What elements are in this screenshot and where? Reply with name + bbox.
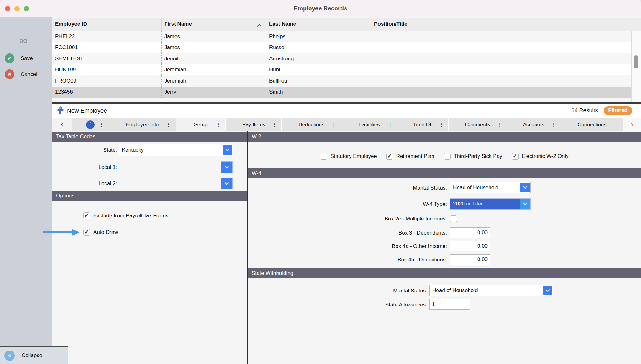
box2c-checkbox[interactable] (450, 215, 457, 222)
info-icon: i (86, 120, 95, 129)
table-row[interactable]: FCC1001JamesRussell (52, 42, 631, 53)
sidebar-header: DO (0, 38, 47, 44)
tab-options-dots-icon[interactable]: ⋮ (166, 122, 171, 128)
sidebar: DO ✓ Save ✕ Cancel (0, 17, 52, 364)
table-row[interactable]: SEMI-TESTJenniferArmstrong (52, 53, 631, 64)
tabs-scroll-right-button[interactable]: › (623, 118, 641, 131)
w4-type-select-highlighted[interactable]: 2020 or later (450, 198, 531, 210)
exclude-payroll-tax-forms-row: ✓ Exclude from Payroll Tax Forms (83, 212, 168, 219)
cancel-x-icon: ✕ (5, 69, 14, 79)
retirement-plan-item: ✓ Retirement Plan (386, 153, 434, 160)
sw-marital-status-select[interactable]: Head of Household (429, 285, 553, 296)
tab-info[interactable]: i ⋮ (72, 118, 109, 131)
tab-options-dots-icon[interactable]: ⋮ (387, 122, 392, 128)
cancel-button[interactable]: ✕ Cancel (5, 69, 37, 79)
column-header-employee-id[interactable]: Employee ID (52, 18, 161, 31)
results-count: 64 Results (572, 107, 598, 114)
state-label: State: (52, 147, 117, 153)
tab-time-off[interactable]: Time Off⋮ (397, 118, 449, 131)
employee-person-icon (57, 106, 64, 116)
collapse-button[interactable]: « Collapse (0, 346, 68, 364)
tab-connections[interactable]: Connections (561, 118, 623, 131)
tab-options-dots-icon[interactable]: ⋮ (99, 122, 104, 128)
section-header-options: Options (52, 191, 247, 201)
auto-draw-row: ✓ Auto Draw (83, 229, 118, 236)
chevron-right-icon: › (631, 120, 633, 129)
window-title: Employee Records (294, 5, 347, 12)
sort-ascending-icon (257, 22, 262, 28)
table-header: Employee ID First Name Last Name Positio… (52, 18, 641, 31)
chevron-down-icon[interactable] (520, 199, 530, 209)
w2-checkbox-row: Statutory Employee ✓ Retirement Plan Thi… (248, 152, 641, 161)
third-party-sick-pay-checkbox[interactable] (444, 153, 451, 160)
tab-liabilities[interactable]: Liabilities⋮ (341, 118, 397, 131)
employee-table: PHEL22JamesPhelps FCC1001JamesRussell SE… (52, 31, 631, 98)
box3-dependents-input[interactable]: 0.00 (450, 227, 490, 238)
close-window-icon[interactable] (5, 6, 10, 11)
statutory-employee-checkbox[interactable] (320, 153, 327, 160)
box4b-deductions-input[interactable]: 0.00 (450, 254, 490, 265)
tab-deductions[interactable]: Deductions⋮ (282, 118, 341, 131)
collapse-label: Collapse (22, 352, 42, 359)
titlebar: Employee Records (0, 0, 641, 17)
tab-employee-info[interactable]: Employee Info⋮ (109, 118, 176, 131)
section-header-w4: W-4 (248, 168, 641, 178)
section-header-w2: W-2 (248, 132, 641, 142)
tab-options-dots-icon[interactable]: ⋮ (272, 122, 277, 128)
table-row-selected[interactable]: 123456JerrySmith (52, 87, 631, 98)
state-value: Kentucky (119, 147, 222, 153)
minimize-window-icon[interactable] (14, 6, 20, 11)
exclude-label: Exclude from Payroll Tax Forms (93, 213, 168, 219)
partial-table-row (52, 98, 631, 102)
auto-draw-label: Auto Draw (93, 229, 118, 235)
tabs-scroll-left-button[interactable]: ‹ (52, 118, 72, 131)
column-header-position-title[interactable]: Position/Title (371, 18, 631, 31)
tab-accounts[interactable]: Accounts⋮ (506, 118, 561, 131)
record-bar: New Employee 64 Results Filtered (52, 104, 641, 118)
tab-options-dots-icon[interactable]: ⋮ (551, 122, 556, 128)
chevron-down-icon[interactable] (223, 145, 232, 155)
auto-draw-checkbox[interactable]: ✓ (83, 229, 90, 236)
tab-setup[interactable]: Setup⋮ (176, 118, 225, 131)
column-header-first-name[interactable]: First Name (161, 18, 266, 31)
cancel-label: Cancel (21, 71, 37, 78)
electronic-w2-only-checkbox[interactable]: ✓ (512, 153, 519, 160)
state-select[interactable]: Kentucky (119, 144, 233, 156)
third-party-sick-pay-item: Third-Party Sick Pay (444, 153, 502, 160)
tab-options-dots-icon[interactable]: ⋮ (331, 122, 336, 128)
retirement-plan-checkbox[interactable]: ✓ (386, 153, 393, 160)
filtered-badge[interactable]: Filtered (604, 106, 632, 115)
box4b-label: Box 4b - Deductions: (248, 257, 447, 263)
local2-dropdown-button[interactable] (221, 178, 233, 189)
tab-options-dots-icon[interactable]: ⋮ (216, 122, 221, 128)
save-button[interactable]: ✓ Save (5, 53, 33, 63)
collapse-chevrons-icon: « (4, 351, 15, 361)
chevron-down-icon[interactable] (543, 286, 552, 295)
chevron-down-icon[interactable] (520, 183, 530, 192)
table-scrollbar[interactable] (631, 31, 641, 102)
scrollbar-thumb[interactable] (634, 55, 638, 68)
column-header-last-name[interactable]: Last Name (266, 18, 371, 31)
zoom-window-icon[interactable] (24, 6, 29, 11)
exclude-checkbox[interactable]: ✓ (83, 212, 90, 219)
state-allowances-label: State Allowances: (248, 302, 427, 308)
table-row[interactable]: FROG09JeremiahBullfrog (52, 75, 631, 87)
table-row[interactable]: PHEL22JamesPhelps (52, 31, 631, 42)
tab-comments[interactable]: Comments⋮ (449, 118, 506, 131)
save-check-icon: ✓ (5, 53, 14, 63)
tab-bar: ‹ i ⋮ Employee Info⋮ Setup⋮ Pay Items⋮ D… (52, 118, 641, 131)
tab-options-dots-icon[interactable]: ⋮ (439, 122, 444, 128)
box3-label: Box 3 - Dependents: (248, 230, 447, 236)
local1-dropdown-button[interactable] (221, 161, 233, 173)
tab-pay-items[interactable]: Pay Items⋮ (226, 118, 282, 131)
w4-marital-status-select[interactable]: Head of Household (450, 182, 531, 193)
state-allowances-input[interactable]: 1 (429, 299, 470, 310)
box2c-label: Box 2c - Multiple Incomes: (248, 216, 447, 222)
box4a-other-income-input[interactable]: 0.00 (450, 241, 490, 251)
section-header-state-withholding: State Withholding (248, 268, 641, 278)
w4-type-label: W-4 Type: (248, 201, 447, 207)
table-row[interactable]: HUNT99JeremiahHunt (52, 64, 631, 76)
tab-options-dots-icon[interactable]: ⋮ (497, 122, 502, 128)
chevron-left-icon: ‹ (61, 120, 63, 129)
electronic-w2-only-item: ✓ Electronic W-2 Only (512, 153, 569, 160)
